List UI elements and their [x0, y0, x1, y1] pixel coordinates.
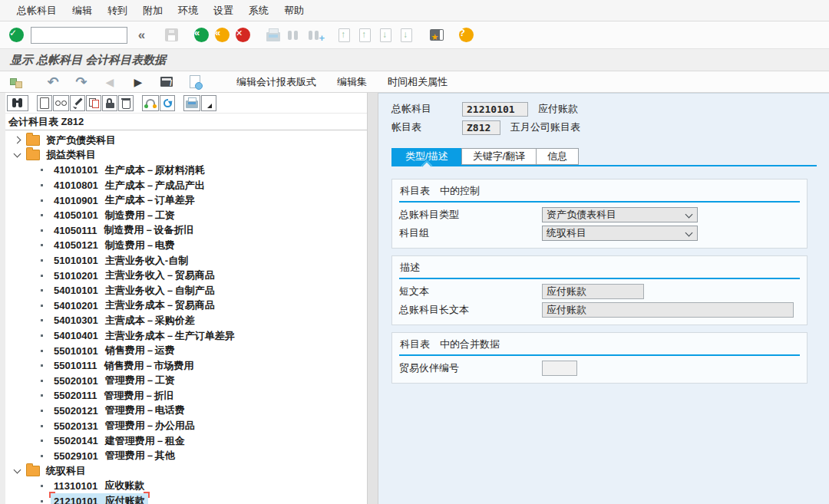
tree-leaf-node[interactable]: 55029101管理费用－其他 [5, 448, 367, 463]
help-button[interactable] [457, 25, 476, 44]
dropdown-field[interactable]: 资产负债表科目 [542, 207, 698, 222]
tree-leaf-text[interactable]: 41010801生产成本－产成品产出 [51, 178, 208, 193]
tree-folder-node[interactable]: 统驭科目 [5, 463, 367, 479]
tree-leaf-node[interactable]: 41010901生产成本－订单差异 [5, 193, 367, 208]
copy-button[interactable] [86, 95, 101, 111]
menu-item[interactable]: 系统 [241, 1, 276, 21]
tree-leaf-node[interactable]: 55010111销售费用－市场费用 [5, 358, 367, 374]
tree-leaf-text[interactable]: 21210101应付账款 [51, 493, 148, 504]
tree-print-button[interactable] [183, 95, 200, 111]
tree-leaf-node[interactable]: 55010101销售费用－运费 [5, 343, 367, 358]
assign-button[interactable] [142, 95, 159, 111]
undo-button[interactable] [45, 74, 61, 91]
tree-leaf-node[interactable]: 51010101主营业务收入-自制 [5, 253, 367, 268]
tree-leaf-node[interactable]: 55020141建管理费用－租金 [5, 433, 367, 449]
tree-leaf-text[interactable]: 55020131管理费用－办公用品 [51, 418, 198, 433]
refresh-button[interactable] [160, 95, 175, 111]
tree-leaf-text[interactable]: 55020111管理费用－折旧 [51, 388, 177, 404]
tree-leaf-text[interactable]: 41010901生产成本－订单差异 [51, 193, 198, 208]
tree-leaf-text[interactable]: 51010201主营业务收入－贸易商品 [51, 268, 218, 283]
cancel-button[interactable] [233, 25, 253, 44]
menu-item[interactable]: 帮助 [276, 1, 312, 21]
text-field[interactable] [542, 361, 577, 376]
dropdown-field[interactable]: 统驭科目 [542, 226, 698, 241]
tree-leaf-node[interactable]: 41010801生产成本－产成品产出 [5, 178, 367, 193]
tree-leaf-text[interactable]: 41050121制造费用－电费 [51, 238, 178, 253]
tree-leaf-node[interactable]: 55020121管理费用－电话费 [5, 404, 367, 419]
last-page-button[interactable] [397, 25, 416, 44]
menu-item[interactable]: 转到 [100, 1, 135, 21]
display-button[interactable] [53, 95, 69, 111]
tree-leaf-text[interactable]: 55010101销售费用－运费 [51, 343, 178, 358]
text-field[interactable]: 应付账款 [542, 284, 644, 299]
tree-leaf-node[interactable]: 41050111制造费用－设备折旧 [5, 223, 367, 239]
tree-leaf-node[interactable]: 51010201主营业务收入－贸易商品 [5, 268, 367, 283]
next-object-button[interactable] [130, 74, 147, 91]
tree-leaf-text[interactable]: 54010401主营业务成本－生产订单差异 [51, 328, 238, 344]
tree-leaf-text[interactable]: 41050111制造费用－设备折旧 [51, 222, 197, 238]
tree-leaf-node[interactable]: 55020111管理费用－折旧 [5, 388, 367, 404]
next-page-button[interactable] [376, 25, 395, 44]
tree-leaf-node[interactable]: 11310101应收账款 [5, 479, 367, 494]
tree-leaf-text[interactable]: 51010101主营业务收入-自制 [51, 253, 191, 268]
accounts-overview-button[interactable] [8, 74, 25, 91]
tree-leaf-text[interactable]: 55010111销售费用－市场费用 [51, 358, 197, 374]
tree-find-button[interactable] [7, 95, 28, 111]
chevron-down-icon[interactable] [14, 466, 21, 473]
tree-folder-node[interactable]: 损益类科目 [5, 148, 367, 163]
tree-leaf-text[interactable]: 11310101应收账款 [51, 478, 147, 493]
tree-leaf-node[interactable]: 41010101生产成本－原材料消耗 [5, 163, 367, 178]
field-value-box[interactable]: 21210101 [462, 102, 528, 117]
chevron-right-icon[interactable] [14, 137, 21, 144]
tab-information[interactable]: 信息 [536, 148, 579, 165]
collapse-toolbar-button[interactable] [132, 25, 151, 44]
first-page-button[interactable] [335, 25, 354, 44]
time-dependent-attributes-button[interactable]: 时间相关属性 [388, 75, 448, 89]
tree-leaf-text[interactable]: 55020141建管理费用－租金 [51, 433, 188, 449]
create-button[interactable] [37, 95, 52, 111]
menu-item[interactable]: 环境 [170, 1, 206, 21]
print-menu-button[interactable] [201, 95, 216, 111]
enter-button[interactable] [7, 25, 26, 44]
report-button[interactable] [187, 74, 203, 91]
tree-leaf-text[interactable]: 54010301主营成本－采购价差 [51, 313, 198, 328]
tree-leaf-node[interactable]: 54010101主营业务收入－自制产品 [5, 283, 367, 298]
tree-leaf-node[interactable]: 41050101制造费用－工资 [5, 208, 367, 223]
tree-leaf-node[interactable]: 54010201主营业务成本－贸易商品 [5, 298, 367, 314]
tree-leaf-node[interactable]: 55020101管理费用－工资 [5, 374, 367, 389]
panel-splitter[interactable] [367, 93, 378, 504]
menu-item[interactable]: 编辑 [64, 1, 100, 21]
exit-button[interactable] [213, 25, 232, 44]
tree-folder-node[interactable]: 资产负债类科目 [5, 133, 367, 148]
tree-leaf-node[interactable]: 54010401主营业务成本－生产订单差异 [5, 328, 367, 344]
block-button[interactable] [102, 95, 117, 111]
menu-item[interactable]: 附加 [135, 1, 170, 21]
tab-keyword-translation[interactable]: 关键字/翻译 [461, 148, 537, 165]
tree-leaf-text[interactable]: 55020121管理费用－电话费 [51, 403, 188, 418]
tree-leaf-node[interactable]: 41050121制造费用－电费 [5, 238, 367, 253]
field-value-box[interactable]: Z812 [462, 120, 500, 135]
back-button[interactable] [192, 25, 211, 44]
edit-statement-layout-button[interactable]: 编辑会计报表版式 [236, 75, 316, 89]
delete-button[interactable] [118, 95, 134, 111]
tab-type-description[interactable]: 类型/描述 [391, 148, 461, 165]
tree-leaf-node[interactable]: 54010301主营成本－采购价差 [5, 313, 367, 328]
tree-leaf-text[interactable]: 41010101生产成本－原材料消耗 [51, 163, 208, 178]
menu-item[interactable]: 设置 [206, 1, 241, 21]
change-button[interactable] [70, 95, 85, 111]
previous-page-button[interactable] [355, 25, 375, 44]
tree-leaf-text[interactable]: 55029101管理费用－其他 [51, 448, 178, 463]
command-input[interactable] [31, 27, 127, 44]
worklist-button[interactable] [158, 74, 175, 91]
tree-leaf-text[interactable]: 54010201主营业务成本－贸易商品 [51, 298, 218, 313]
tree-leaf-text[interactable]: 55020101管理费用－工资 [51, 373, 178, 388]
chevron-down-icon[interactable] [14, 150, 21, 158]
redo-button[interactable] [73, 74, 90, 91]
menu-item[interactable]: 总帐科目 [9, 1, 64, 21]
edit-set-button[interactable]: 编辑集 [337, 75, 367, 89]
tree-leaf-node[interactable]: 21210101应付账款 [5, 493, 367, 504]
tree-leaf-text[interactable]: 41050101制造费用－工资 [51, 208, 178, 223]
tree-leaf-node[interactable]: 55020131管理费用－办公用品 [5, 418, 367, 433]
new-session-button[interactable] [427, 25, 446, 44]
text-field[interactable]: 应付账款 [542, 302, 794, 318]
